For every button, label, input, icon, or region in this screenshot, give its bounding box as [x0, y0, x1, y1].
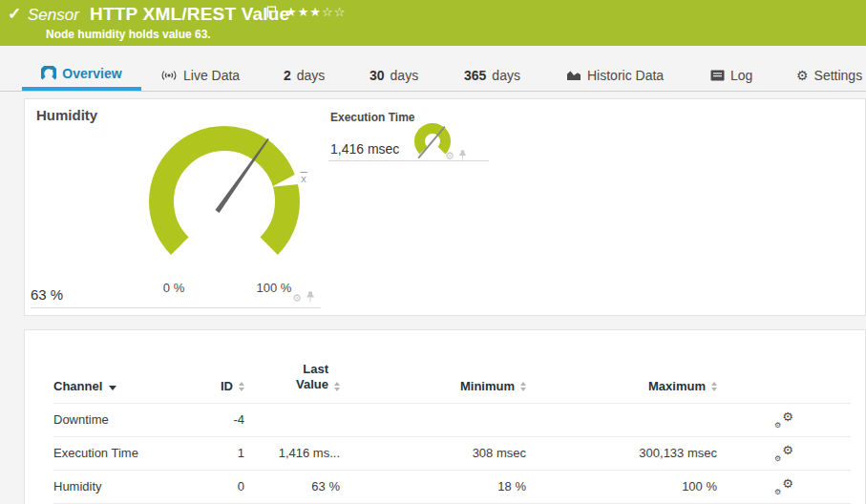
- tab-settings[interactable]: ⚙ Settings: [796, 59, 862, 91]
- tab-label: Historic Data: [587, 68, 664, 83]
- pin-icon[interactable]: [458, 147, 467, 164]
- tab-number: 365: [464, 68, 486, 83]
- star-empty-icon[interactable]: ☆: [322, 5, 334, 19]
- channel-id-cell: -4: [211, 404, 244, 437]
- sensor-header: ✓ Sensor HTTP XML/REST Value ★★★☆☆ Node …: [0, 0, 866, 46]
- gear-icon: ⚙: [782, 410, 793, 424]
- gear-icon: ⚙: [796, 68, 809, 83]
- gear-icon: ⚙: [774, 421, 781, 430]
- execution-time-gauge-controls: ⚙: [445, 147, 467, 164]
- status-up-check-icon: ✓: [8, 4, 21, 24]
- gauge-min-label: 0 %: [163, 281, 185, 295]
- tab-30-days[interactable]: 30 days: [370, 59, 418, 91]
- channel-name-cell: Downtime: [53, 404, 211, 437]
- gauge-max-label: 100 %: [257, 281, 292, 295]
- overview-gauges-panel: Humidity x 0 % 100 % 63 % ⚙ Execution Ti…: [24, 98, 866, 316]
- column-label: Channel: [53, 379, 102, 393]
- sensor-title: HTTP XML/REST Value: [90, 4, 289, 25]
- humidity-block-rule: [31, 307, 321, 308]
- tab-number: 2: [284, 68, 291, 83]
- column-header-actions: [717, 362, 851, 404]
- channel-name-cell: Humidity: [53, 471, 211, 504]
- edit-channel-gears-icon[interactable]: ⚙ ⚙: [774, 411, 793, 428]
- column-label: Maximum: [648, 379, 706, 393]
- channel-name-cell: Execution Time: [53, 437, 211, 471]
- humidity-current-value: 63 %: [31, 286, 63, 303]
- column-label: ID: [221, 379, 233, 393]
- tab-365-days[interactable]: 365 days: [464, 59, 520, 91]
- broadcast-icon: [160, 69, 178, 82]
- star-filled-icon[interactable]: ★: [309, 5, 322, 19]
- tab-label: days: [297, 68, 326, 83]
- star-empty-icon[interactable]: ☆: [334, 5, 347, 19]
- channel-id-cell: 0: [211, 471, 244, 504]
- column-header-maximum[interactable]: Maximum: [526, 362, 717, 404]
- gear-icon: ⚙: [774, 488, 781, 496]
- tab-2-days[interactable]: 2 days: [284, 59, 325, 91]
- prtg-sensor-page: ✓ Sensor HTTP XML/REST Value ★★★☆☆ Node …: [0, 0, 866, 504]
- channel-minimum-cell: 308 msec: [340, 437, 526, 471]
- tab-label: Settings: [814, 68, 863, 83]
- tab-number: 30: [370, 68, 385, 83]
- flag-icon: [266, 5, 277, 22]
- execution-time-current-value: 1,416 msec: [330, 141, 399, 157]
- tabstrip-divider: [0, 91, 866, 92]
- column-header-last-value[interactable]: Last Value: [244, 362, 340, 404]
- star-filled-icon[interactable]: ★: [298, 5, 310, 19]
- channel-maximum-cell: 300,133 msec: [526, 437, 717, 471]
- column-label: Minimum: [460, 379, 515, 393]
- column-header-minimum[interactable]: Minimum: [340, 362, 526, 404]
- tab-label: Live Data: [183, 68, 240, 83]
- sensor-kind-label: Sensor: [28, 6, 79, 25]
- tab-log[interactable]: Log: [710, 59, 752, 91]
- channel-minimum-cell: [340, 404, 526, 437]
- channel-maximum-cell: [526, 404, 717, 437]
- tab-label: Overview: [62, 66, 121, 81]
- gear-icon[interactable]: ⚙: [292, 293, 302, 304]
- tab-live-data[interactable]: Live Data: [160, 59, 240, 91]
- channels-table-panel: Channel ID Last Value Minimum Maximum D: [24, 329, 866, 504]
- column-label: Last Value: [285, 362, 328, 393]
- column-header-id[interactable]: ID: [211, 362, 244, 404]
- sensor-status-message: Node humidity holds value 63.: [46, 28, 211, 41]
- channel-last-value-cell: 63 %: [244, 471, 340, 504]
- area-chart-icon: [566, 69, 581, 81]
- channels-table: Channel ID Last Value Minimum Maximum D: [53, 362, 851, 504]
- tab-label: days: [391, 68, 419, 83]
- edit-channel-gears-icon[interactable]: ⚙ ⚙: [774, 478, 793, 494]
- tab-label: Log: [730, 68, 752, 83]
- gauge-average-marker: x: [301, 173, 306, 184]
- channel-last-value-cell: [244, 404, 340, 437]
- execution-time-gauge-title: Execution Time: [330, 111, 414, 124]
- channel-maximum-cell: 100 %: [526, 471, 717, 504]
- tab-label: days: [492, 68, 520, 83]
- humidity-gauge: x 0 % 100 %: [116, 109, 354, 304]
- channel-id-cell: 1: [211, 437, 244, 471]
- star-filled-icon[interactable]: ★: [285, 5, 298, 19]
- pin-icon[interactable]: [306, 289, 315, 306]
- sort-desc-icon: [109, 386, 116, 390]
- humidity-gauge-controls: ⚙: [292, 289, 315, 306]
- humidity-gauge-title: Humidity: [36, 107, 97, 123]
- tab-historic-data[interactable]: Historic Data: [566, 59, 664, 91]
- tab-overview[interactable]: Overview: [22, 59, 141, 91]
- gear-icon: ⚙: [782, 476, 793, 491]
- edit-channel-gears-icon[interactable]: ⚙ ⚙: [774, 445, 793, 461]
- log-list-icon: [710, 70, 725, 81]
- gear-icon: ⚙: [782, 443, 793, 457]
- gauge-icon: [41, 66, 56, 81]
- execution-time-block-rule: [328, 160, 489, 161]
- priority-stars[interactable]: ★★★☆☆: [285, 5, 346, 19]
- gear-icon: ⚙: [774, 454, 781, 463]
- column-header-channel[interactable]: Channel: [53, 362, 211, 404]
- channel-last-value-cell: 1,416 ms...: [244, 437, 340, 471]
- gear-icon[interactable]: ⚙: [445, 151, 454, 161]
- channel-minimum-cell: 18 %: [340, 471, 526, 504]
